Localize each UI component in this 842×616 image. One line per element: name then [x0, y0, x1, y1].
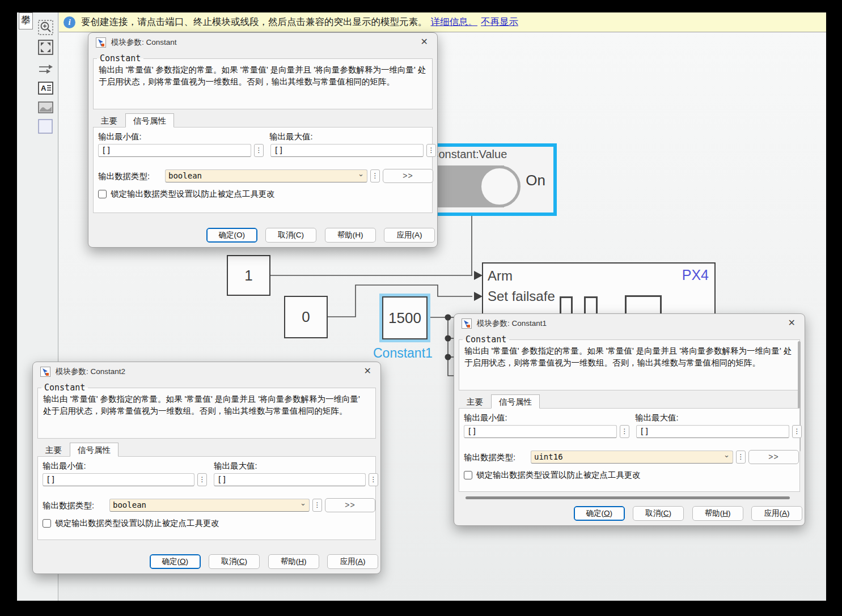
block-description: 输出由 '常量值' 参数指定的常量。如果 '常量值' 是向量并且 '将向量参数解… — [459, 345, 799, 368]
cancel-button[interactable]: 取消(C) — [265, 228, 316, 243]
output-max-input[interactable]: [] — [214, 473, 366, 486]
checkbox-icon[interactable] — [43, 519, 51, 528]
dialog-titlebar[interactable]: 模块参数: Constant2 ✕ — [33, 362, 380, 380]
toggle-state: On — [526, 172, 545, 189]
simulink-block-icon — [96, 37, 106, 48]
cancel-button[interactable]: 取消(C) — [209, 554, 260, 569]
close-icon[interactable]: ✕ — [421, 36, 428, 47]
dialog-titlebar[interactable]: 模块参数: Constant ✕ — [88, 33, 437, 51]
help-button[interactable]: 帮助(H) — [268, 554, 319, 569]
output-dtype-label: 输出数据类型: — [43, 500, 94, 511]
chevron-down-icon: ⌄ — [358, 169, 364, 178]
constant-block-zero[interactable]: 0 — [284, 296, 328, 338]
groupbox-legend: Constant — [97, 53, 143, 63]
toggle-knob[interactable] — [479, 165, 521, 207]
tab-main[interactable]: 主要 — [37, 443, 70, 457]
dtype-options-button[interactable]: ⋮ — [312, 499, 322, 512]
output-min-input[interactable]: [] — [43, 473, 194, 486]
lock-dtype-checkbox[interactable]: 锁定输出数据类型设置以防止被定点工具更改 — [43, 518, 219, 529]
chevron-down-icon: ⌄ — [300, 499, 306, 507]
constant-block-one[interactable]: 1 — [227, 255, 270, 296]
help-button[interactable]: 帮助(H) — [325, 228, 376, 243]
apply-button[interactable]: 应用(A) — [327, 554, 378, 569]
tab-signal-attributes[interactable]: 信号属性 — [125, 113, 174, 128]
chevron-down-icon: ⌄ — [723, 451, 730, 459]
pwm-pulse-icon — [625, 295, 662, 316]
expand-dtype-button[interactable]: >> — [748, 450, 799, 464]
constant1-block-label[interactable]: Constant1 — [373, 346, 433, 361]
output-dtype-dropdown[interactable]: uint16 — [531, 451, 733, 464]
output-max-label: 输出最大值: — [635, 413, 679, 423]
constant-zero-value: 0 — [302, 308, 310, 326]
toggle-label: Constant:Value — [430, 148, 507, 161]
simulink-block-icon — [40, 367, 50, 377]
min-options-button[interactable]: ⋮ — [620, 425, 629, 438]
checkbox-icon[interactable] — [464, 471, 472, 479]
px4-port-failsafe: Set failsafe — [488, 288, 555, 304]
min-options-button[interactable]: ⋮ — [197, 473, 207, 486]
signal-attributes-panel: 输出最小值: 输出最大值: [] ⋮ [] ⋮ 输出数据类型: boolean … — [37, 456, 376, 540]
close-icon[interactable]: ✕ — [788, 317, 796, 328]
px4-pwm-block[interactable]: Arm Set failsafe PX4 — [482, 262, 716, 316]
cancel-button[interactable]: 取消(C) — [633, 506, 684, 521]
min-options-button[interactable]: ⋮ — [254, 144, 264, 157]
lock-dtype-label: 锁定输出数据类型设置以防止被定点工具更改 — [111, 189, 275, 199]
signal-attributes-panel: 输出最小值: 输出最大值: [] ⋮ [] ⋮ 输出数据类型: uint16 ⌄… — [459, 408, 800, 492]
output-max-input[interactable]: [] — [636, 425, 789, 438]
help-button[interactable]: 帮助(H) — [692, 506, 743, 521]
output-min-label: 输出最小值: — [464, 413, 507, 423]
constant-one-value: 1 — [244, 267, 252, 284]
output-dtype-dropdown[interactable]: boolean — [109, 499, 310, 512]
expand-dtype-button[interactable]: >> — [325, 498, 375, 512]
ok-button[interactable]: 确定(O) — [574, 506, 625, 521]
apply-button[interactable]: 应用(A) — [384, 228, 435, 243]
signal-attributes-panel: 输出最小值: 输出最大值: [] ⋮ [] ⋮ 输出数据类型: boolean … — [93, 127, 433, 213]
px4-brand-text: PX4 — [682, 267, 709, 283]
max-options-button[interactable]: ⋮ — [792, 425, 802, 438]
lock-dtype-label: 锁定输出数据类型设置以防止被定点工具更改 — [476, 470, 641, 481]
simulink-editor: 攀 A i 要创建连接，请点击端口、终止模块或线段，然后点击兼容的突出显示的模型… — [17, 12, 826, 601]
px4-port-arm: Arm — [488, 268, 513, 284]
tab-main[interactable]: 主要 — [459, 394, 491, 409]
dtype-options-button[interactable]: ⋮ — [370, 169, 380, 182]
lock-dtype-checkbox[interactable]: 锁定输出数据类型设置以防止被定点工具更改 — [98, 189, 275, 199]
dtype-options-button[interactable]: ⋮ — [736, 451, 746, 464]
ok-button[interactable]: 确定(O) — [206, 228, 257, 243]
arm-port-arrow — [474, 271, 483, 280]
simulink-block-icon — [462, 318, 472, 329]
max-options-button[interactable]: ⋮ — [426, 144, 436, 157]
output-max-label: 输出最大值: — [214, 461, 257, 471]
constant-groupbox: Constant 输出由 '常量值' 参数指定的常量。如果 '常量值' 是向量并… — [93, 53, 433, 109]
output-min-input[interactable]: [] — [98, 144, 251, 157]
block-params-dialog-constant2: 模块参数: Constant2 ✕ Constant 输出由 '常量值' 参数指… — [32, 362, 381, 574]
apply-button[interactable]: 应用(A) — [751, 506, 802, 521]
output-dtype-dropdown[interactable]: boolean — [165, 169, 367, 182]
tab-signal-attributes[interactable]: 信号属性 — [491, 394, 540, 409]
horizontal-scrollbar[interactable] — [466, 496, 790, 499]
groupbox-legend: Constant — [463, 334, 509, 345]
dialog-title: 模块参数: Constant2 — [56, 367, 125, 377]
block-description: 输出由 '常量值' 参数指定的常量。如果 '常量值' 是向量并且 '将向量参数解… — [94, 63, 432, 87]
constant-block-1500[interactable]: 1500 — [382, 296, 428, 339]
expand-dtype-button[interactable]: >> — [383, 169, 433, 183]
checkbox-icon[interactable] — [98, 190, 107, 198]
tab-main[interactable]: 主要 — [93, 113, 125, 128]
output-min-label: 输出最小值: — [43, 461, 86, 471]
lock-dtype-checkbox[interactable]: 锁定输出数据类型设置以防止被定点工具更改 — [464, 470, 641, 481]
output-min-label: 输出最小值: — [98, 131, 142, 142]
output-max-label: 输出最大值: — [269, 131, 313, 142]
dialog-title: 模块参数: Constant1 — [477, 318, 547, 329]
close-icon[interactable]: ✕ — [364, 366, 371, 376]
constant-groupbox: Constant 输出由 '常量值' 参数指定的常量。如果 '常量值' 是向量并… — [37, 383, 376, 439]
max-options-button[interactable]: ⋮ — [369, 473, 378, 486]
dialog-titlebar[interactable]: 模块参数: Constant1 ✕ — [454, 314, 805, 332]
block-params-dialog-constant: 模块参数: Constant ✕ Constant 输出由 '常量值' 参数指定… — [88, 32, 438, 248]
output-min-input[interactable]: [] — [464, 425, 617, 438]
output-max-input[interactable]: [] — [270, 144, 424, 157]
groupbox-legend: Constant — [41, 383, 88, 393]
toggle-switch-block[interactable]: Constant:Value On — [422, 143, 557, 216]
tab-signal-attributes[interactable]: 信号属性 — [70, 443, 119, 457]
constant-1500-value: 1500 — [388, 309, 421, 327]
ok-button[interactable]: 确定(O) — [150, 554, 201, 569]
output-dtype-label: 输出数据类型: — [98, 171, 150, 182]
